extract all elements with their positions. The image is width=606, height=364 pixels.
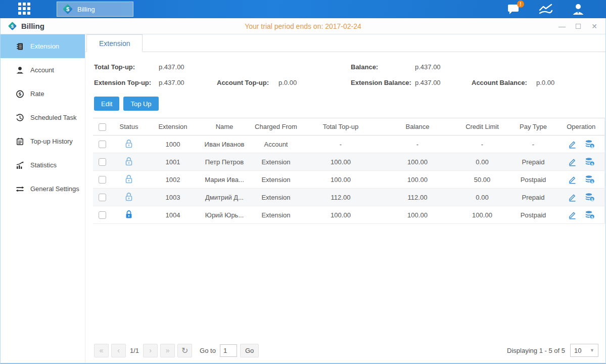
billing-window-icon [8,21,17,31]
bar-chart-arrow-icon [16,161,24,169]
col-charged-from: Charged From [250,118,302,135]
billing-window: Billing Your trial period ends on: 2017-… [0,18,606,364]
sidebar-item-general-settings[interactable]: General Settings [1,177,85,201]
swap-sliders-icon [16,185,24,193]
table-row: 1004 Юрий Юрь... Extension 100.00 100.00… [93,206,604,224]
cell-extension: 1001 [147,153,199,171]
col-total-topup: Total Top-up [302,118,379,135]
col-operation: Operation [558,118,604,135]
next-page-button[interactable]: › [143,344,158,357]
cell-pay-type: - [508,135,558,153]
lock-open-icon[interactable] [125,174,133,184]
sidebar-item-label: Rate [30,90,44,98]
last-page-button[interactable]: » [160,344,175,357]
lock-closed-icon[interactable] [125,210,133,219]
cell-balance: 100.00 [379,171,456,189]
lock-open-icon[interactable] [125,157,133,166]
go-button[interactable]: Go [240,344,259,357]
row-checkbox[interactable] [99,211,106,219]
tab-extension[interactable]: Extension [86,34,143,52]
edit-row-icon[interactable] [568,175,577,184]
ledger-icon [16,42,24,51]
notepad-icon [16,138,24,146]
goto-page-input[interactable] [220,344,237,357]
history-clock-icon [16,114,24,122]
cell-pay-type: Postpaid [508,171,558,189]
person-icon [16,66,24,74]
select-all-checkbox[interactable] [99,123,106,131]
row-checkbox[interactable] [99,141,106,148]
refresh-icon[interactable]: ↻ [177,344,192,357]
cell-total-topup: 100.00 [302,206,379,224]
sidebar-item-scheduled-task[interactable]: Scheduled Task [1,106,85,129]
topup-button[interactable]: Top Up [123,97,158,111]
topup-row-icon[interactable]: $ [585,193,595,202]
topup-row-icon[interactable]: $ [585,157,595,166]
sidebar-item-rate[interactable]: $ Rate [1,82,85,106]
balance-label: Balance: [351,63,415,71]
cell-balance: - [379,135,456,153]
cell-pay-type: Postpaid [508,206,558,224]
account-topup-label: Account Top-up: [217,79,278,86]
edit-row-icon[interactable] [568,193,577,202]
page-size-select[interactable]: 10 ▼ [570,344,598,357]
taskbar-item-billing[interactable]: Billing [57,2,133,17]
sidebar-item-extension[interactable]: Extension [1,34,85,58]
row-checkbox[interactable] [99,194,106,201]
page-indicator: 1/1 [130,347,139,354]
minimize-button[interactable]: — [558,23,566,30]
summary-panel: Total Top-up: p.437.00 Extension Top-up:… [85,52,605,93]
cell-credit-limit: 100.00 [456,206,508,224]
edit-row-icon[interactable] [568,210,577,219]
account-balance-value: p.0.00 [536,79,554,86]
cell-extension: 1000 [147,135,199,153]
lock-open-icon[interactable] [125,139,133,148]
topup-row-icon[interactable]: $ [585,140,595,149]
edit-button[interactable]: Edit [94,97,119,111]
sidebar-item-statistics[interactable]: Statistics [1,153,85,177]
first-page-button[interactable]: « [94,344,109,357]
svg-text:$: $ [19,91,22,97]
close-button[interactable]: ✕ [590,23,598,30]
prev-page-button[interactable]: ‹ [111,344,126,357]
cell-balance: 100.00 [379,206,456,224]
chevron-down-icon: ▼ [590,348,594,353]
sidebar: Extension Account $ Rate [1,34,85,363]
edit-row-icon[interactable] [568,157,577,166]
col-pay-type: Pay Type [508,118,558,135]
cell-total-topup: 100.00 [302,153,379,171]
content-area: Extension Total Top-up: p.437.00 Extensi… [85,34,605,363]
notifications-icon[interactable]: ! [506,3,521,16]
notification-badge: ! [517,1,524,8]
trend-chart-icon [539,3,553,15]
sidebar-item-account[interactable]: Account [1,58,85,82]
cell-charged-from: Extension [250,153,302,171]
sidebar-item-topup-history[interactable]: Top-up History [1,129,85,153]
topup-row-icon[interactable]: $ [585,210,595,219]
table-row: 1003 Дмитрий Д... Extension 112.00 112.0… [93,189,604,206]
app-launcher-icon[interactable] [18,3,35,16]
account-topup-value: p.0.00 [278,79,297,86]
trial-notice: Your trial period ends on: 2017-02-24 [1,22,605,30]
cell-balance: 112.00 [379,189,456,206]
lock-open-icon[interactable] [125,192,133,201]
edit-row-icon[interactable] [568,140,577,149]
cell-name: Юрий Юрь... [199,206,250,224]
cell-name: Мария Ива... [199,171,250,189]
person-icon [572,3,585,16]
user-account-icon[interactable] [571,3,586,16]
sidebar-item-label: Statistics [30,161,57,169]
cell-balance: 100.00 [379,153,456,171]
top-bar: Billing ! [0,0,606,18]
col-balance: Balance [379,118,456,135]
sidebar-item-label: Scheduled Task [30,114,77,121]
row-checkbox[interactable] [99,176,106,184]
statistics-monitor-icon[interactable] [538,3,553,16]
maximize-button[interactable]: ☐ [574,23,582,30]
topup-row-icon[interactable]: $ [585,175,595,184]
extension-table-wrap: Status Extension Name Charged From Total… [85,111,605,224]
extension-topup-value: p.437.00 [159,79,217,86]
billing-app-icon [62,4,73,15]
row-checkbox[interactable] [99,158,106,166]
window-title: Billing [21,22,44,30]
